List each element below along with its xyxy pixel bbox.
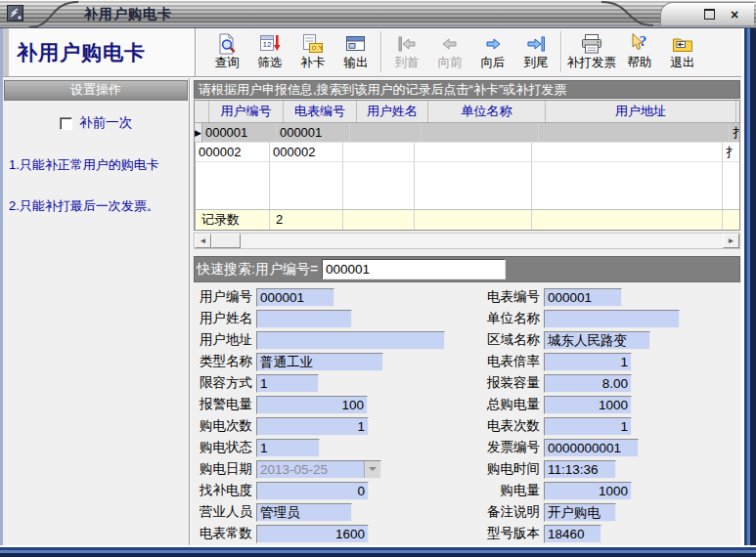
cell-clipped[interactable]: 扌 xyxy=(730,123,739,143)
close-button[interactable]: × xyxy=(727,7,742,21)
purchase-count-field[interactable]: 1 xyxy=(256,417,369,436)
app-icon[interactable] xyxy=(7,5,23,21)
table-header-user-id[interactable]: 用户编号 xyxy=(209,101,284,122)
field-label: 用户姓名 xyxy=(198,310,254,327)
record-count-label: 记录数 xyxy=(196,210,270,230)
field-label: 备注说明 xyxy=(475,503,542,521)
cell-unit-name[interactable] xyxy=(422,123,539,143)
type-name-field[interactable]: 普通工业 xyxy=(256,353,383,371)
toolbar-button-next[interactable]: 向后 xyxy=(471,30,514,70)
cell-user-id[interactable]: 000001 xyxy=(202,123,277,143)
installed-capacity-field[interactable]: 8.00 xyxy=(544,374,632,393)
field-label: 购电时间 xyxy=(475,460,542,478)
main-panel: 请根据用户申报信息,搜索到该用户的记录后点击“补卡”或补打发票 用户编号 电表编… xyxy=(192,78,741,545)
summary-cell xyxy=(723,210,739,230)
toolbar-button-prev[interactable]: 向前 xyxy=(428,30,471,70)
titlebar[interactable]: 补用户购电卡 × xyxy=(0,0,756,28)
titlebar-button-area: × xyxy=(660,2,754,26)
toolbar-button-reprint-invoice[interactable]: 补打发票 xyxy=(565,30,618,70)
cell-clipped[interactable]: 扌 xyxy=(723,143,739,162)
cell-user-name[interactable] xyxy=(343,143,415,162)
invoice-number-field[interactable]: 0000000001 xyxy=(544,439,639,457)
table-header-user-name[interactable]: 用户姓名 xyxy=(357,101,428,122)
form-column-left: 用户编号000001 用户姓名 用户地址 类型名称普通工业 限容方式1 报警电量… xyxy=(194,286,475,545)
compensation-field[interactable]: 0 xyxy=(256,482,369,500)
model-version-field[interactable]: 18460 xyxy=(544,525,601,543)
user-name-field[interactable] xyxy=(256,310,352,328)
toolbar-button-filter[interactable]: 12 筛选 xyxy=(248,30,291,70)
table-summary-row: 记录数 2 xyxy=(195,209,739,230)
purchase-amount-field[interactable]: 1000 xyxy=(544,482,632,500)
purchase-time-field[interactable]: 11:13:36 xyxy=(544,460,616,479)
toolbar-button-help[interactable]: ? 帮助 xyxy=(618,30,661,70)
current-row-indicator: ▶ xyxy=(195,123,202,143)
meter-ratio-field[interactable]: 1 xyxy=(544,353,632,371)
cell-user-address[interactable] xyxy=(532,143,723,162)
area-name-field[interactable]: 城东人民路变 xyxy=(544,331,650,350)
table-header-user-address[interactable]: 用户地址 xyxy=(546,101,736,122)
table-row[interactable]: ▶ 000001 000001 扌 xyxy=(195,123,739,143)
quick-search-input[interactable] xyxy=(322,259,506,279)
previous-once-checkbox[interactable] xyxy=(60,117,72,130)
field-label: 购电次数 xyxy=(198,417,254,435)
total-purchased-field[interactable]: 1000 xyxy=(544,396,632,414)
sidebar-note-1: 1.只能补正常用户的购电卡 xyxy=(9,157,185,173)
toolbar: 查询 12 筛选 xyxy=(198,28,741,76)
user-id-field[interactable]: 000001 xyxy=(256,288,334,307)
close-icon: × xyxy=(731,8,738,21)
field-label: 购电量 xyxy=(475,482,542,499)
toolbar-button-output[interactable]: 输出 xyxy=(334,30,378,70)
cell-meter-id[interactable]: 000001 xyxy=(277,123,350,143)
cell-meter-id[interactable]: 000002 xyxy=(270,143,343,162)
scrollbar-thumb[interactable] xyxy=(211,234,241,248)
purchase-status-field[interactable]: 1 xyxy=(256,439,320,457)
toolbar-button-query[interactable]: 查询 xyxy=(205,30,248,70)
sidebar-header: 设置操作 xyxy=(4,80,188,101)
field-label: 购电日期 xyxy=(198,460,254,478)
unit-name-field[interactable] xyxy=(544,310,680,328)
scroll-left-button[interactable]: ◄ xyxy=(195,234,211,248)
toolbar-button-last[interactable]: 到尾 xyxy=(514,30,557,70)
field-label: 区域名称 xyxy=(475,331,542,349)
field-label: 总购电量 xyxy=(475,396,542,413)
meter-count-field[interactable]: 1 xyxy=(544,417,632,436)
toolbar-button-label: 补打发票 xyxy=(567,56,616,70)
field-label: 报装容量 xyxy=(475,374,542,392)
limit-mode-field[interactable]: 1 xyxy=(256,374,319,393)
cell-user-id[interactable]: 000002 xyxy=(196,143,270,162)
meter-id-field[interactable]: 000001 xyxy=(544,288,622,307)
toolbar-button-label: 筛选 xyxy=(258,56,283,70)
table-header-meter-id[interactable]: 电表编号 xyxy=(284,101,357,122)
remarks-field[interactable]: 开户购电 xyxy=(544,503,616,522)
table-row[interactable]: 000002 000002 扌 xyxy=(195,143,739,162)
filter-calendar-icon: 12 xyxy=(258,31,282,56)
operator-field[interactable]: 管理员 xyxy=(256,503,352,522)
cell-user-name[interactable] xyxy=(350,123,422,143)
toolbar-button-first[interactable]: 到首 xyxy=(385,30,428,70)
maximize-button[interactable] xyxy=(701,7,717,21)
user-table: 用户编号 电表编号 用户姓名 单位名称 用户地址 ▶ 000001 000001 xyxy=(194,100,740,231)
purchase-date-combobox[interactable]: 2013-05-25 xyxy=(256,460,381,479)
cell-user-address[interactable] xyxy=(539,123,730,143)
user-address-field[interactable] xyxy=(256,331,445,350)
maximize-icon xyxy=(704,9,715,20)
horizontal-scrollbar[interactable]: ◄ ► xyxy=(194,233,740,249)
page-title-box: 补用户购电卡 xyxy=(3,28,195,76)
toolbar-button-exit[interactable]: 退出 xyxy=(661,30,704,70)
checkbox-row-previous-once[interactable]: 补前一次 xyxy=(3,114,189,132)
alarm-power-field[interactable]: 100 xyxy=(256,396,368,414)
meter-constant-field[interactable]: 1600 xyxy=(256,525,369,543)
toolbar-button-label: 帮助 xyxy=(628,56,652,70)
scrollbar-track[interactable] xyxy=(241,234,723,248)
toolbar-button-label: 查询 xyxy=(215,56,240,70)
table-header-unit-name[interactable]: 单位名称 xyxy=(428,101,546,122)
table-header-indicator xyxy=(195,101,209,122)
toolbar-button-card[interactable]: 补卡 xyxy=(291,30,334,70)
go-next-icon xyxy=(481,31,505,56)
cell-unit-name[interactable] xyxy=(415,143,532,162)
printer-icon xyxy=(580,31,603,56)
dropdown-arrow-icon[interactable] xyxy=(364,461,380,478)
toolbar-button-label: 到尾 xyxy=(524,56,549,70)
scroll-right-button[interactable]: ► xyxy=(723,234,739,248)
record-count-value: 2 xyxy=(270,210,343,230)
